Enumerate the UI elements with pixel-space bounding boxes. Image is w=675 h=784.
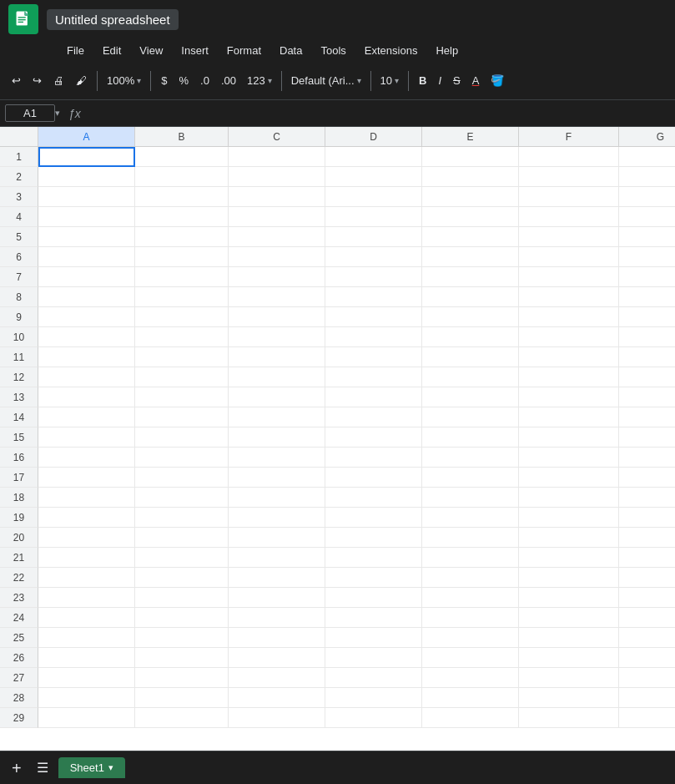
- row-num-19[interactable]: 19: [0, 508, 38, 528]
- menu-item-tools[interactable]: Tools: [312, 42, 354, 59]
- cell-G6[interactable]: [619, 247, 675, 267]
- cell-E20[interactable]: [422, 528, 519, 548]
- cell-B4[interactable]: [135, 207, 229, 227]
- row-num-10[interactable]: 10: [0, 327, 38, 347]
- cell-F23[interactable]: [519, 588, 619, 608]
- cell-C29[interactable]: [229, 708, 325, 728]
- print-button[interactable]: 🖨: [48, 71, 69, 90]
- cell-G21[interactable]: [619, 548, 675, 568]
- col-header-B[interactable]: B: [135, 127, 229, 146]
- cell-D4[interactable]: [325, 207, 422, 227]
- cell-A5[interactable]: [38, 227, 135, 247]
- cell-C1[interactable]: [229, 147, 325, 167]
- menu-item-data[interactable]: Data: [271, 42, 310, 59]
- cell-G15[interactable]: [619, 427, 675, 448]
- cell-B23[interactable]: [135, 588, 229, 608]
- cell-F6[interactable]: [519, 247, 619, 267]
- cell-G16[interactable]: [619, 448, 675, 468]
- cell-G2[interactable]: [619, 167, 675, 187]
- menu-item-help[interactable]: Help: [427, 42, 466, 59]
- cell-B6[interactable]: [135, 247, 229, 267]
- cell-G28[interactable]: [619, 688, 675, 708]
- cell-F4[interactable]: [519, 207, 619, 227]
- cell-E12[interactable]: [422, 367, 519, 387]
- cell-D5[interactable]: [325, 227, 422, 247]
- cell-B11[interactable]: [135, 347, 229, 367]
- cell-B29[interactable]: [135, 708, 229, 728]
- row-num-27[interactable]: 27: [0, 668, 38, 688]
- row-num-1[interactable]: 1: [0, 147, 38, 167]
- cell-A25[interactable]: [38, 628, 135, 648]
- cell-B5[interactable]: [135, 227, 229, 247]
- row-num-29[interactable]: 29: [0, 708, 38, 728]
- cell-F8[interactable]: [519, 287, 619, 307]
- cell-G11[interactable]: [619, 347, 675, 367]
- cell-G18[interactable]: [619, 488, 675, 508]
- cell-B16[interactable]: [135, 448, 229, 468]
- cell-D12[interactable]: [325, 367, 422, 387]
- cell-C22[interactable]: [229, 568, 325, 588]
- cell-D15[interactable]: [325, 427, 422, 448]
- more-formats-select[interactable]: 123 ▾: [243, 71, 276, 90]
- font-family-select[interactable]: Default (Ari... ▾: [287, 71, 365, 90]
- cell-E24[interactable]: [422, 608, 519, 628]
- cell-F29[interactable]: [519, 708, 619, 728]
- cell-B22[interactable]: [135, 568, 229, 588]
- cell-C5[interactable]: [229, 227, 325, 247]
- cell-D1[interactable]: [325, 147, 422, 167]
- cell-C28[interactable]: [229, 688, 325, 708]
- cell-E11[interactable]: [422, 347, 519, 367]
- cell-E21[interactable]: [422, 548, 519, 568]
- col-header-E[interactable]: E: [422, 127, 519, 146]
- cell-B18[interactable]: [135, 488, 229, 508]
- cell-F15[interactable]: [519, 427, 619, 448]
- cell-D24[interactable]: [325, 608, 422, 628]
- cell-F3[interactable]: [519, 187, 619, 207]
- grid-container[interactable]: 1234567891011121314151617181920212223242…: [0, 147, 675, 751]
- cell-C15[interactable]: [229, 427, 325, 448]
- cell-G17[interactable]: [619, 468, 675, 488]
- cell-A7[interactable]: [38, 267, 135, 287]
- italic-button[interactable]: I: [433, 71, 446, 90]
- row-num-14[interactable]: 14: [0, 407, 38, 427]
- cell-F13[interactable]: [519, 387, 619, 407]
- cell-F18[interactable]: [519, 488, 619, 508]
- cell-G1[interactable]: [619, 147, 675, 167]
- cell-B27[interactable]: [135, 668, 229, 688]
- cell-A14[interactable]: [38, 407, 135, 427]
- cell-F20[interactable]: [519, 528, 619, 548]
- cell-D19[interactable]: [325, 508, 422, 528]
- cell-E15[interactable]: [422, 427, 519, 448]
- cell-A18[interactable]: [38, 488, 135, 508]
- cell-E23[interactable]: [422, 588, 519, 608]
- cell-C12[interactable]: [229, 367, 325, 387]
- cell-F21[interactable]: [519, 548, 619, 568]
- cell-G5[interactable]: [619, 227, 675, 247]
- sheet-list-button[interactable]: ☰: [32, 758, 53, 777]
- cell-E26[interactable]: [422, 648, 519, 668]
- cell-D13[interactable]: [325, 387, 422, 407]
- menu-item-file[interactable]: File: [58, 42, 93, 59]
- cell-C10[interactable]: [229, 327, 325, 347]
- cell-E13[interactable]: [422, 387, 519, 407]
- redo-button[interactable]: ↪: [28, 71, 47, 90]
- cell-C7[interactable]: [229, 267, 325, 287]
- cell-A1[interactable]: [38, 147, 135, 167]
- cell-B8[interactable]: [135, 287, 229, 307]
- cell-F1[interactable]: [519, 147, 619, 167]
- cell-C13[interactable]: [229, 387, 325, 407]
- row-num-28[interactable]: 28: [0, 688, 38, 708]
- row-num-2[interactable]: 2: [0, 167, 38, 187]
- cell-F19[interactable]: [519, 508, 619, 528]
- cell-A16[interactable]: [38, 448, 135, 468]
- formula-input[interactable]: [89, 107, 670, 119]
- cell-B1[interactable]: [135, 147, 229, 167]
- cell-E8[interactable]: [422, 287, 519, 307]
- row-num-20[interactable]: 20: [0, 528, 38, 548]
- cell-G27[interactable]: [619, 668, 675, 688]
- cell-E14[interactable]: [422, 407, 519, 427]
- percent-button[interactable]: %: [174, 71, 194, 90]
- row-num-7[interactable]: 7: [0, 267, 38, 287]
- row-num-3[interactable]: 3: [0, 187, 38, 207]
- cell-C27[interactable]: [229, 668, 325, 688]
